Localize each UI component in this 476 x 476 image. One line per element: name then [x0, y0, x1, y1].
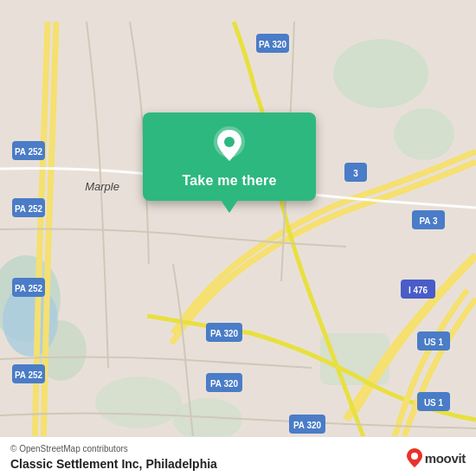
bottom-bar: © OpenStreetMap contributors Classic Set…: [0, 436, 476, 476]
svg-text:3: 3: [353, 169, 358, 178]
svg-text:Marple: Marple: [85, 180, 119, 193]
svg-text:PA 252: PA 252: [15, 204, 43, 214]
moovit-logo: moovit: [407, 448, 466, 467]
svg-text:US 1: US 1: [424, 398, 444, 408]
svg-point-37: [411, 453, 418, 460]
map-attribution: © OpenStreetMap contributors: [10, 444, 466, 453]
svg-point-6: [173, 398, 242, 441]
map-svg: PA 320 PA 252 PA 252 PA 252 PA 252 3 PA …: [0, 0, 476, 476]
svg-point-36: [224, 137, 235, 147]
svg-text:PA 320: PA 320: [259, 40, 287, 49]
moovit-pin-icon: [407, 448, 422, 467]
svg-text:PA 3: PA 3: [419, 216, 438, 226]
svg-text:PA 320: PA 320: [210, 379, 239, 389]
svg-text:I 476: I 476: [408, 286, 428, 295]
svg-text:PA 320: PA 320: [210, 329, 239, 338]
svg-text:PA 252: PA 252: [15, 284, 43, 293]
map-container: PA 320 PA 252 PA 252 PA 252 PA 252 3 PA …: [0, 0, 476, 476]
svg-point-0: [333, 39, 428, 108]
take-me-there-button[interactable]: Take me there: [182, 173, 276, 189]
popup-card: Take me there: [143, 113, 316, 201]
svg-point-1: [394, 108, 454, 160]
moovit-text: moovit: [425, 451, 466, 466]
svg-point-5: [95, 376, 182, 428]
svg-text:US 1: US 1: [424, 338, 444, 347]
svg-text:PA 252: PA 252: [15, 147, 43, 157]
svg-text:PA 252: PA 252: [15, 370, 43, 380]
place-name: Classic Settlement Inc, Philadelphia: [10, 457, 217, 471]
svg-text:PA 320: PA 320: [293, 421, 322, 430]
location-pin-icon: [210, 126, 248, 164]
